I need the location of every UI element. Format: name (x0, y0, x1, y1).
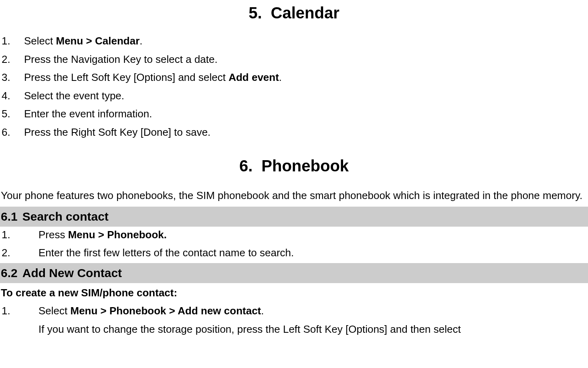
list-item: 2. Enter the first few letters of the co… (0, 245, 588, 261)
heading-6-2-number: 6.2 (1, 266, 18, 280)
heading-6-1-title: Search contact (22, 210, 109, 223)
heading-6-1-number: 6.1 (1, 210, 18, 223)
step-number: 2. (0, 51, 24, 68)
heading-6-number: 6. (239, 157, 253, 175)
step-number: 1. (0, 227, 38, 243)
search-contact-steps-list: 1. Press Menu > Phonebook. 2. Enter the … (0, 227, 588, 261)
step-text: Select Menu > Calendar. (24, 33, 588, 50)
heading-5-title: Calendar (271, 4, 339, 22)
heading-6-title: Phonebook (261, 157, 349, 175)
list-item: 6. Press the Right Soft Key [Done] to sa… (0, 124, 588, 141)
list-item: 1. Select Menu > Phonebook > Add new con… (0, 303, 588, 320)
step-text: Press the Right Soft Key [Done] to save. (24, 124, 588, 141)
heading-6-2-title: Add New Contact (22, 266, 122, 280)
list-item: 1. Press Menu > Phonebook. (0, 227, 588, 243)
list-item: 4. Select the event type. (0, 88, 588, 105)
add-contact-follow: If you want to change the storage positi… (0, 321, 588, 338)
heading-6-1: 6.1Search contact (0, 207, 588, 227)
list-item: 2. Press the Navigation Key to select a … (0, 51, 588, 68)
list-item: 1. Select Menu > Calendar. (0, 33, 588, 50)
phonebook-intro: Your phone features two phonebooks, the … (0, 186, 588, 205)
step-text: Enter the event information. (24, 106, 588, 123)
list-item: 3. Press the Left Soft Key [Options] and… (0, 69, 588, 86)
add-contact-lead: To create a new SIM/phone contact: (0, 285, 588, 302)
heading-5-number: 5. (249, 4, 262, 22)
step-text: Press Menu > Phonebook. (38, 227, 588, 243)
step-number: 1. (0, 33, 24, 50)
step-text: Enter the first few letters of the conta… (38, 245, 588, 261)
add-contact-steps-list: 1. Select Menu > Phonebook > Add new con… (0, 303, 588, 338)
step-text: Select Menu > Phonebook > Add new contac… (38, 303, 588, 320)
step-text: Select the event type. (24, 88, 588, 105)
step-number: 2. (0, 245, 38, 261)
heading-section-6: 6.Phonebook (0, 153, 588, 179)
step-text: Press the Navigation Key to select a dat… (24, 51, 588, 68)
calendar-steps-list: 1. Select Menu > Calendar. 2. Press the … (0, 33, 588, 141)
step-number: 1. (0, 303, 38, 320)
heading-section-5: 5.Calendar (0, 0, 588, 26)
step-number: 6. (0, 124, 24, 141)
list-item: 5. Enter the event information. (0, 106, 588, 123)
step-number: 5. (0, 106, 24, 123)
step-number: 3. (0, 69, 24, 86)
step-text: Press the Left Soft Key [Options] and se… (24, 69, 588, 86)
heading-6-2: 6.2Add New Contact (0, 263, 588, 283)
step-number: 4. (0, 88, 24, 105)
